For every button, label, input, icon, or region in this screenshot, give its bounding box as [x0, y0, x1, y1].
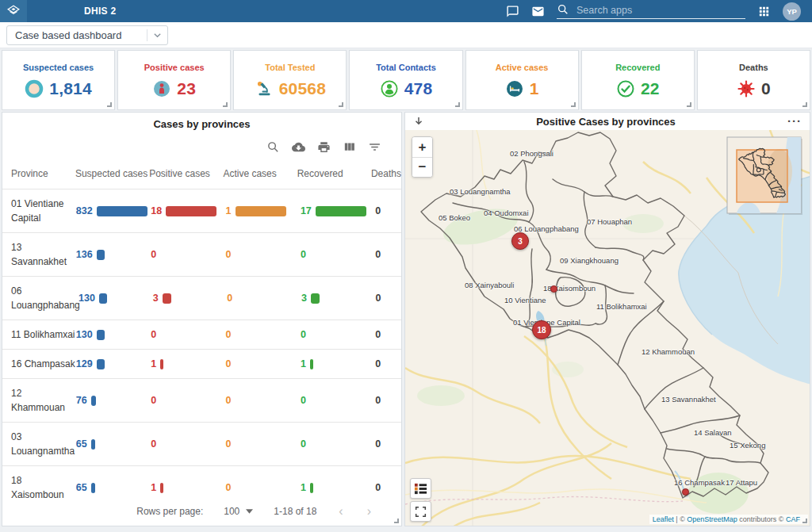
table-header-row: ProvinceSuspected casesPositive casesAct…: [2, 159, 401, 189]
cell-suspected: 136: [76, 249, 151, 260]
search-icon[interactable]: [266, 140, 280, 154]
table-toolbar: [2, 130, 401, 159]
province-name: 18 Xaisomboun: [2, 473, 76, 499]
attribution-text: | ©: [674, 515, 687, 523]
province-label: 16 Champasak: [674, 478, 725, 487]
attribution-link[interactable]: Leaflet: [653, 515, 674, 523]
zoom-in-button[interactable]: +: [412, 137, 432, 157]
attribution-link[interactable]: CAF: [786, 515, 800, 523]
province-label: 12 Khammouan: [642, 347, 695, 356]
cell-positive: 18: [151, 205, 225, 216]
column-header[interactable]: Active cases: [223, 168, 297, 179]
table-row: 18 Xaisomboun 65 1 0 1: [2, 465, 401, 499]
table-row: 12 Khammouan 76 0 0 0: [2, 378, 401, 422]
kpi-label: Total Contacts: [376, 63, 436, 72]
fullscreen-icon: [415, 506, 427, 518]
search-input[interactable]: [575, 4, 745, 17]
app-title: DHIS 2: [84, 6, 116, 17]
print-icon[interactable]: [317, 140, 331, 154]
column-header[interactable]: Deaths: [371, 168, 401, 179]
map-canvas[interactable]: + − Leaflet | © OpenStreetMap contributo…: [405, 130, 810, 526]
rows-per-page-select[interactable]: 100: [224, 506, 253, 517]
columns-icon[interactable]: [343, 140, 356, 154]
fullscreen-button[interactable]: [410, 501, 431, 522]
kpi-value: 23: [177, 79, 196, 98]
dhis2-logo-icon: [6, 3, 21, 19]
cell-recovered: 0: [301, 329, 375, 340]
province-name: 01 Vientiane Capital: [2, 197, 76, 225]
value-bar: [97, 250, 105, 260]
filter-icon[interactable]: [368, 140, 381, 154]
table-footer: Rows per page: 100 1-18 of 18 ‹ ›: [2, 499, 401, 526]
resize-handle[interactable]: [687, 102, 691, 107]
value-bar: [316, 206, 366, 216]
user-avatar[interactable]: YP: [783, 2, 801, 21]
cases-table-panel: Cases by provinces ProvinceSuspected cas…: [2, 112, 402, 526]
microscope-icon: [255, 79, 274, 98]
column-header[interactable]: Suspected cases: [75, 168, 149, 179]
resize-handle[interactable]: [571, 102, 576, 107]
person-green-icon: [380, 79, 399, 98]
case-marker[interactable]: 3: [511, 232, 529, 250]
cell-positive: 1: [151, 358, 225, 369]
resize-handle[interactable]: [223, 102, 228, 107]
legend-button[interactable]: [410, 478, 431, 499]
cell-positive: 1: [151, 482, 225, 493]
more-options-icon[interactable]: ···: [787, 117, 802, 125]
province-label: 10 Vientiane: [504, 296, 546, 304]
kpi-value: 1,814: [49, 79, 92, 98]
province-label: 11 Bolikhamxai: [596, 302, 647, 311]
cell-active: 1: [226, 205, 301, 216]
case-marker[interactable]: 18: [532, 320, 551, 339]
kpi-value: 478: [404, 79, 433, 98]
next-page-button[interactable]: ›: [366, 505, 373, 518]
apps-grid-icon[interactable]: [757, 5, 771, 18]
province-name: 03 Louangnamtha: [2, 430, 76, 458]
mail-icon[interactable]: [531, 5, 545, 18]
bed-icon: [505, 79, 524, 98]
map-zoom-control: + −: [412, 136, 433, 178]
table-row: 13 Savannakhet 136 0 0 0: [2, 232, 401, 276]
zoom-out-button[interactable]: −: [412, 157, 432, 177]
prev-page-button[interactable]: ‹: [337, 505, 344, 518]
person-teal-icon: [152, 79, 171, 98]
legend-icon: [414, 482, 427, 496]
attribution-link[interactable]: OpenStreetMap: [687, 515, 737, 523]
resize-handle[interactable]: [802, 102, 807, 107]
province-label: 05 Bokeo: [439, 213, 470, 222]
ring-icon: [25, 79, 44, 98]
chat-icon[interactable]: [506, 5, 519, 18]
province-name: 12 Khammouan: [2, 386, 76, 415]
dashboard-bar: Case based dashboard: [0, 22, 812, 48]
resize-handle[interactable]: [802, 519, 807, 523]
download-icon[interactable]: [292, 140, 305, 154]
cell-deaths: 0: [375, 438, 401, 450]
dashboard-selector[interactable]: Case based dashboard: [6, 25, 168, 45]
cell-recovered: 3: [301, 293, 376, 304]
download-arrow-icon[interactable]: [413, 116, 424, 127]
kpi-label: Total Tested: [265, 63, 315, 72]
case-marker[interactable]: [682, 488, 689, 496]
cell-deaths: 0: [375, 358, 401, 369]
check-circle-icon: [616, 79, 635, 98]
resize-handle[interactable]: [339, 102, 343, 107]
cell-active: 0: [226, 438, 301, 450]
resize-handle[interactable]: [107, 102, 112, 107]
column-header[interactable]: Positive cases: [149, 168, 223, 179]
app-search[interactable]: [557, 3, 745, 19]
value-bar: [99, 293, 107, 304]
case-marker[interactable]: [550, 285, 557, 293]
cell-suspected: 65: [76, 482, 151, 493]
column-header[interactable]: Province: [2, 168, 75, 179]
resize-handle[interactable]: [455, 102, 460, 107]
dhis2-logo[interactable]: [0, 0, 27, 22]
cell-deaths: 0: [376, 293, 401, 304]
province-label: 06 Louangphabang: [514, 224, 579, 233]
kpi-card-total-tested: Total Tested 60568: [233, 50, 347, 110]
value-bar: [310, 359, 313, 369]
app-header: DHIS 2 YP: [0, 0, 812, 22]
resize-handle[interactable]: [394, 519, 399, 523]
kpi-row: Suspected cases 1,814 Positive cases 23 …: [0, 49, 812, 110]
table-body: 01 Vientiane Capital 832 18 1 17: [2, 189, 401, 499]
column-header[interactable]: Recovered: [297, 168, 371, 179]
